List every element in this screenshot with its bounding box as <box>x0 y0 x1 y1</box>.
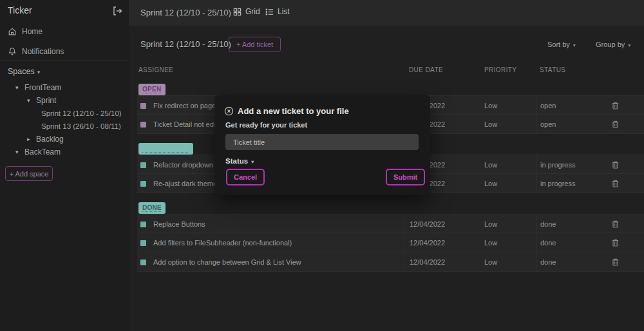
section-badge-label: DONE <box>142 204 162 211</box>
sidebar-item-home[interactable]: Home <box>0 25 129 38</box>
sidebar-item-notifications[interactable]: Notifications <box>0 45 129 58</box>
delete-ticket-button[interactable] <box>611 179 620 189</box>
ticket-row[interactable]: Add option to change between Grid & List… <box>137 252 644 272</box>
ticket-title: Re-ajust dark theme <box>153 180 217 187</box>
spaces-label: Spaces <box>8 67 35 76</box>
spaces-toggle[interactable]: Spaces▾ <box>8 67 40 76</box>
status-dropdown[interactable]: Status▾ <box>225 157 254 165</box>
sort-by-label: Sort by <box>547 41 570 48</box>
sidebar-header: Ticker <box>0 0 129 22</box>
ticket-row-left: Add filters to FileSubheader (non-functi… <box>140 233 292 252</box>
column-header-priority: PRIORITY <box>484 66 516 73</box>
ticket-title: Replace Buttons <box>153 220 205 228</box>
main-area: Sprint 12 (12/10 - 25/10) Grid List Spri… <box>129 0 644 331</box>
ticket-due-date: 12/04/2022 <box>404 214 479 234</box>
ticket-priority: Low <box>484 96 497 115</box>
delete-ticket-button[interactable] <box>611 220 620 229</box>
chevron-right-icon: ▸ <box>27 136 36 142</box>
trash-icon <box>611 180 620 190</box>
ticket-row[interactable]: Replace Buttons12/04/2022Lowdone <box>137 214 644 233</box>
close-icon[interactable] <box>224 106 234 116</box>
ticket-status: open <box>536 115 607 134</box>
tree-item-frontteam[interactable]: ▾FrontTeam <box>0 81 129 94</box>
chevron-down-icon: ▾ <box>251 159 254 165</box>
ticket-priority: Low <box>484 252 497 272</box>
delete-ticket-button[interactable] <box>611 160 620 170</box>
top-header: Sprint 12 (12/10 - 25/10) Grid List <box>129 0 644 26</box>
ticket-square-icon <box>140 103 146 109</box>
sort-by-dropdown[interactable]: Sort by▾ <box>547 41 576 48</box>
list-view-button[interactable]: List <box>265 7 290 16</box>
trash-icon <box>611 121 620 131</box>
sidebar-divider <box>0 61 129 61</box>
submit-button[interactable]: Submit <box>386 169 425 185</box>
tree-item-label: Sprint 13 (26/10 - 08/11) <box>41 122 121 130</box>
app-title: Ticker <box>8 5 32 15</box>
tree-item-sprint-13-26-10-08-11[interactable]: Sprint 13 (26/10 - 08/11) <box>0 120 129 133</box>
tree-item-label: Backlog <box>36 135 64 144</box>
ticket-due-date: 12/04/2022 <box>404 233 479 252</box>
group-by-label: Group by <box>596 41 625 48</box>
cancel-button[interactable]: Cancel <box>226 169 265 185</box>
tree-item-sprint-12-12-10-25-10[interactable]: Sprint 12 (12/10 - 25/10) <box>0 107 129 120</box>
delete-ticket-button[interactable] <box>611 238 620 248</box>
logout-icon[interactable] <box>112 6 122 16</box>
section-badge-open: OPEN <box>138 84 166 95</box>
chevron-down-icon: ▾ <box>628 43 630 48</box>
trash-icon <box>611 240 620 249</box>
chevron-down-icon: ▾ <box>37 69 41 75</box>
trash-icon <box>611 221 620 231</box>
grid-view-label: Grid <box>245 7 260 16</box>
sidebar-item-label: Notifications <box>22 47 64 56</box>
chevron-down-icon: ▾ <box>15 84 24 91</box>
ticket-priority: Low <box>484 214 497 234</box>
ticket-priority: Low <box>484 115 497 134</box>
modal-title: Add a new ticket to your file <box>238 106 349 116</box>
ticket-title-input[interactable] <box>225 134 419 150</box>
subheader-sprint-title: Sprint 12 (12/10 - 25/10) <box>140 39 231 49</box>
ticket-priority: Low <box>484 233 497 252</box>
group-by-dropdown[interactable]: Group by▾ <box>596 41 630 48</box>
ticket-title: Add option to change between Grid & List… <box>153 258 301 266</box>
tree-item-label: Sprint <box>36 96 56 105</box>
chevron-down-icon: ▾ <box>573 43 576 48</box>
ticket-square-icon <box>140 162 146 168</box>
ticket-square-icon <box>140 222 146 227</box>
trash-icon <box>611 259 620 269</box>
tree-item-backteam[interactable]: ▾BackTeam <box>0 146 129 158</box>
ticket-square-icon <box>140 240 146 246</box>
chevron-down-icon: ▾ <box>27 97 36 104</box>
delete-ticket-button[interactable] <box>611 258 620 267</box>
ticket-row-left: Add option to change between Grid & List… <box>140 252 301 272</box>
add-ticket-modal: Add a new ticket to your file Get ready … <box>214 95 430 195</box>
ticket-square-icon <box>140 122 146 128</box>
tree-item-backlog[interactable]: ▸Backlog <box>0 133 129 146</box>
sprint-title: Sprint 12 (12/10 - 25/10) <box>140 8 231 17</box>
modal-subtitle: Get ready for your ticket <box>225 121 307 129</box>
ticket-status: in progress <box>536 174 607 193</box>
grid-icon <box>233 8 242 16</box>
tree-item-label: BackTeam <box>24 147 61 156</box>
ticket-status: open <box>536 96 607 115</box>
tree-item-label: Sprint 12 (12/10 - 25/10) <box>41 109 122 117</box>
ticket-row-left: Re-ajust dark theme <box>140 174 217 193</box>
tree-item-sprint[interactable]: ▾Sprint <box>0 94 129 107</box>
add-space-button[interactable]: + Add space <box>5 166 53 181</box>
ticket-status: done <box>536 214 607 234</box>
home-icon <box>8 27 17 36</box>
section-rows: Replace Buttons12/04/2022LowdoneAdd filt… <box>137 214 644 272</box>
spaces-tree: ▾FrontTeam▾SprintSprint 12 (12/10 - 25/1… <box>0 81 129 158</box>
trash-icon <box>611 162 620 171</box>
ticket-status: done <box>536 252 607 272</box>
delete-ticket-button[interactable] <box>611 101 620 111</box>
list-view-label: List <box>278 7 290 16</box>
add-ticket-button[interactable]: + Add ticket <box>229 37 281 52</box>
delete-ticket-button[interactable] <box>611 120 620 129</box>
chevron-down-icon: ▾ <box>15 149 24 155</box>
ticket-row[interactable]: Add filters to FileSubheader (non-functi… <box>137 233 644 252</box>
ticket-status: in progress <box>536 155 607 175</box>
grid-view-button[interactable]: Grid <box>233 7 260 16</box>
sidebar-item-label: Home <box>22 27 43 36</box>
ticket-title: Add filters to FileSubheader (non-functi… <box>153 239 292 247</box>
section-badge-label: IN PROGRESS <box>142 145 189 152</box>
